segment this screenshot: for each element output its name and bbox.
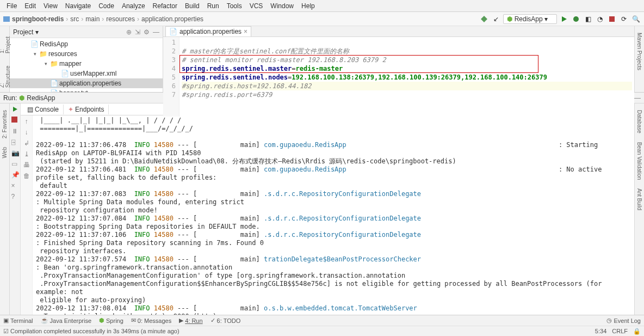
close-icon[interactable]: × <box>244 28 247 35</box>
menu-code[interactable]: Code <box>95 1 117 11</box>
tab-eventlog[interactable]: ◷ Event Log <box>606 317 641 324</box>
stop-icon[interactable] <box>11 117 19 124</box>
tab-terminal[interactable]: ▣ Terminal <box>3 317 33 324</box>
bc-main[interactable]: main <box>85 15 100 23</box>
left-dock: 1: Project Z: Structure <box>0 26 10 92</box>
locate-icon[interactable]: ⊕ <box>126 28 132 36</box>
line-separator[interactable]: CRLF <box>612 328 628 335</box>
tab-run[interactable]: ▶ 4: Run <box>179 317 202 324</box>
rerun-icon[interactable] <box>11 106 19 113</box>
navigation-bar: springboot-redis› src› main› resources› … <box>0 12 644 26</box>
folder-icon: 📁 <box>50 60 58 68</box>
profiler-icon[interactable]: ◔ <box>595 14 605 24</box>
lock-icon[interactable]: 🔒 <box>633 328 641 335</box>
hide-icon[interactable]: — <box>153 28 159 36</box>
wrap-icon[interactable]: ↲ <box>24 139 29 147</box>
run-config-label: RedisApp <box>515 15 543 23</box>
help-icon[interactable]: ? <box>11 193 19 200</box>
menu-edit[interactable]: Edit <box>21 1 39 11</box>
menu-build[interactable]: Build <box>182 1 203 11</box>
svg-rect-2 <box>609 16 615 22</box>
search-icon[interactable]: 🔍 <box>631 14 641 24</box>
console-output[interactable]: ↑ ↓ ↲ ⤓ 🖶 🗑 |____| .__|_| |_|_| |_\__, |… <box>21 115 634 315</box>
menu-analyze[interactable]: Analyze <box>119 1 148 11</box>
svg-rect-3 <box>11 117 17 123</box>
folder-icon: 📁 <box>39 50 47 58</box>
tab-ant[interactable]: Ant Build <box>636 186 643 212</box>
tree-node-resources[interactable]: resources <box>48 50 77 58</box>
down-icon[interactable]: ↓ <box>25 129 28 136</box>
bc-file[interactable]: application.properties <box>141 15 203 23</box>
menu-refactor[interactable]: Refactor <box>150 1 181 11</box>
cursor-position[interactable]: 5:34 <box>595 328 606 335</box>
menu-view[interactable]: View <box>40 1 61 11</box>
tab-web[interactable]: Web <box>1 145 8 160</box>
tab-todo[interactable]: ✓ 6: TODO <box>210 317 241 324</box>
tab-maven[interactable]: Maven Projects <box>636 30 643 72</box>
tab-javaee[interactable]: ☕ Java Enterprise <box>41 317 91 324</box>
properties-icon: 📄 <box>50 80 58 87</box>
run-label: Run: <box>3 94 17 102</box>
xml-icon: 📄 <box>61 70 69 77</box>
run-button[interactable] <box>559 14 569 24</box>
tree-node-usermapper[interactable]: userMapper.xml <box>70 70 116 77</box>
menu-tools[interactable]: Tools <box>224 1 245 11</box>
bc-src[interactable]: src <box>70 15 79 23</box>
clear-icon[interactable]: 🗑 <box>23 172 30 180</box>
properties-icon: 📄 <box>169 28 177 35</box>
tree-node-mapper[interactable]: mapper <box>59 60 82 68</box>
bc-resources[interactable]: resources <box>106 15 135 23</box>
run-config-selector[interactable]: ⬢ RedisApp ▾ <box>503 14 557 24</box>
tree-node-root[interactable]: RedisApp <box>40 40 68 48</box>
spring-icon: ⬢ <box>507 15 512 23</box>
tab-console[interactable]: ▤Console <box>23 105 64 114</box>
tab-endpoints[interactable]: ✦Endpoints <box>64 105 109 114</box>
menu-file[interactable]: File <box>3 1 20 11</box>
menu-help[interactable]: Help <box>298 1 318 11</box>
main-menu: File Edit View Navigate Code Analyze Ref… <box>0 0 644 12</box>
tab-bean[interactable]: Bean Validation <box>636 140 643 182</box>
tree-node-appprops[interactable]: application.properties <box>59 80 121 87</box>
close-icon[interactable]: × <box>11 182 19 190</box>
gear-icon[interactable]: ⚙ <box>144 28 150 36</box>
status-message: ☑ Compilation completed successfully in … <box>3 328 179 335</box>
debug-button[interactable] <box>571 14 581 24</box>
tree-node-banner[interactable]: banner.txt <box>59 89 88 92</box>
editor-tab-appprops[interactable]: 📄 application.properties × <box>165 26 251 36</box>
tab-structure[interactable]: Z: Structure <box>0 60 11 90</box>
tab-messages[interactable]: ✉ 0: Messages <box>131 317 171 324</box>
coverage-icon[interactable]: ◧ <box>583 14 593 24</box>
menu-vcs[interactable]: VCS <box>246 1 267 11</box>
code-editor[interactable]: 1234567 # master的名字是sentinel.conf配置文件里面的… <box>163 37 634 117</box>
up-icon[interactable]: ↑ <box>25 118 28 125</box>
print-icon[interactable]: 🖶 <box>23 161 30 169</box>
hide-icon[interactable]: — <box>634 94 641 102</box>
pin-icon[interactable]: 📌 <box>11 171 19 179</box>
build-icon[interactable] <box>479 14 489 24</box>
tab-project[interactable]: 1: Project <box>0 30 11 56</box>
vcs-update-icon[interactable]: ⟳ <box>619 14 629 24</box>
bottom-dock: ▣ Terminal ☕ Java Enterprise ⬢ Spring ✉ … <box>0 315 644 326</box>
scroll-icon[interactable]: ⤓ <box>24 150 29 158</box>
tab-favorites[interactable]: 2: Favorites <box>1 108 8 140</box>
run-toolbar: ⏸ ⍈ 📷 ▭ 📌 × ? <box>10 103 21 315</box>
bc-project[interactable]: springboot-redis <box>12 15 64 23</box>
layout-icon[interactable]: ▭ <box>11 160 19 168</box>
menu-run[interactable]: Run <box>204 1 222 11</box>
breadcrumb[interactable]: springboot-redis› src› main› resources› … <box>3 15 203 23</box>
project-icon <box>3 16 10 22</box>
collapse-icon[interactable]: ⇲ <box>135 28 140 36</box>
pause-icon[interactable]: ⏸ <box>11 127 19 135</box>
menu-window[interactable]: Window <box>267 1 297 11</box>
down-icon[interactable]: ↙ <box>491 14 501 24</box>
tab-database[interactable]: Database <box>636 108 643 136</box>
tab-spring[interactable]: ⬢ Spring <box>99 317 123 324</box>
svg-rect-0 <box>3 16 10 22</box>
dump-icon[interactable]: 📷 <box>11 149 19 157</box>
right-dock-lower: Database Bean Validation Ant Build <box>634 103 644 315</box>
stop-button[interactable] <box>607 14 617 24</box>
exit-icon[interactable]: ⍈ <box>11 138 19 146</box>
svg-point-1 <box>573 16 579 22</box>
menu-navigate[interactable]: Navigate <box>62 1 94 11</box>
project-tree[interactable]: 📄RedisApp ▾📁resources ▾📁mapper 📄userMapp… <box>10 38 163 92</box>
